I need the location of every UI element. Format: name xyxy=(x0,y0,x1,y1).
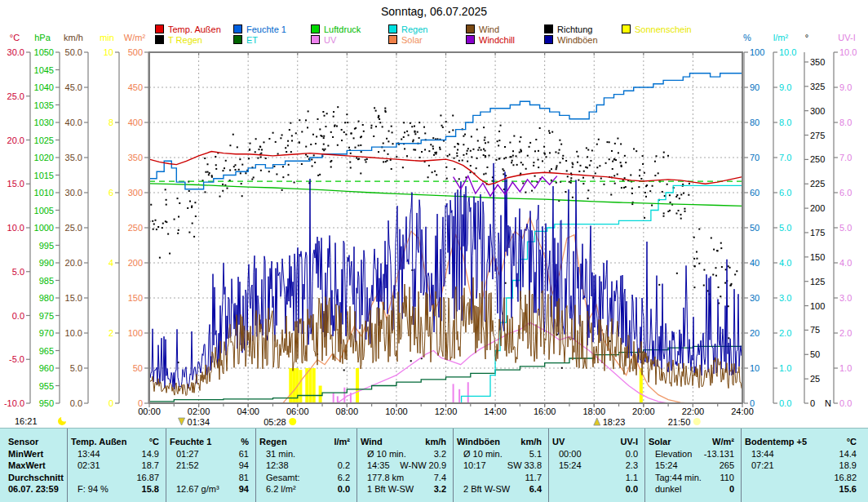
svg-text:10:00: 10:00 xyxy=(385,406,408,416)
svg-text:6.0: 6.0 xyxy=(839,188,852,198)
axis-min: min0246810 xyxy=(100,33,119,408)
table-cell: 14:35W-NW 20.9 xyxy=(357,460,453,472)
legend-swatch-luftdruck xyxy=(311,24,320,33)
svg-text:350: 350 xyxy=(128,153,143,162)
svg-text:1000: 1000 xyxy=(34,223,54,233)
svg-text:30.0: 30.0 xyxy=(65,188,82,198)
legend-label: Wind xyxy=(479,24,499,34)
legend-item-windchill: Windchill xyxy=(466,35,515,45)
table-column-regen: Regenl/m²31 min.12:380.2Gesamt:6.26.2 l/… xyxy=(255,429,356,502)
svg-text:965: 965 xyxy=(39,346,54,356)
svg-text:1.0: 1.0 xyxy=(839,363,852,373)
legend-label: Regen xyxy=(401,24,427,34)
svg-text:1.0: 1.0 xyxy=(779,363,791,373)
table-cell: Ø 10 min.3.2 xyxy=(357,448,453,460)
svg-text:15.0: 15.0 xyxy=(7,179,24,189)
legend-label: Luftdruck xyxy=(324,24,361,34)
legend-label: Solar xyxy=(401,35,423,45)
table-cell: 12:380.2 xyxy=(256,460,356,472)
svg-text:70: 70 xyxy=(750,153,760,162)
legend-swatch-sonnenschein xyxy=(622,24,631,33)
svg-text:6.0: 6.0 xyxy=(779,188,791,198)
svg-text:04:00: 04:00 xyxy=(237,406,259,416)
legend-swatch-feuchte-1 xyxy=(233,24,242,33)
table-cell: 01:2761 xyxy=(166,448,255,460)
svg-text:01:34: 01:34 xyxy=(188,417,210,427)
svg-text:400: 400 xyxy=(128,118,143,127)
table-cell: 13:4414.4 xyxy=(742,448,863,460)
column-header: Bodentemp +5°C xyxy=(742,436,863,448)
svg-text:275: 275 xyxy=(810,131,825,140)
row-label: 06.07. 23:59 xyxy=(5,483,67,495)
svg-text:0: 0 xyxy=(108,398,113,408)
svg-text:60: 60 xyxy=(750,188,760,198)
row-label: MaxWert xyxy=(5,460,67,472)
svg-text:0.0: 0.0 xyxy=(779,398,791,408)
svg-text:4.0: 4.0 xyxy=(839,258,852,268)
column-header: Temp. Außen°C xyxy=(68,436,166,448)
table-cell: 1 Bft W-SW3.2 xyxy=(357,483,453,495)
legend-label: Sonnenschein xyxy=(635,24,692,34)
svg-text:325: 325 xyxy=(810,82,825,91)
svg-text:970: 970 xyxy=(39,328,54,338)
table-cell: 15.6 xyxy=(742,483,863,495)
legend-swatch-regen xyxy=(388,24,397,33)
svg-text:0.0: 0.0 xyxy=(12,311,24,321)
svg-text:1045: 1045 xyxy=(34,65,54,75)
moon-icon xyxy=(58,415,68,426)
table-cell: 6.2 l/m²0.0 xyxy=(256,483,356,495)
table-column-uv: UVUV-I00:000.015:242.31.10.0 xyxy=(548,429,644,502)
row-label: MinWert xyxy=(5,448,67,460)
legend-label: ET xyxy=(246,35,258,45)
svg-text:975: 975 xyxy=(39,311,54,321)
svg-text:250: 250 xyxy=(810,154,825,164)
svg-text:1015: 1015 xyxy=(34,171,54,180)
column-header: Feuchte 1% xyxy=(166,436,255,448)
svg-text:10.0: 10.0 xyxy=(7,223,24,233)
svg-text:250: 250 xyxy=(128,223,143,233)
legend-swatch-solar xyxy=(388,35,397,44)
legend-item-windb-en: Windböen xyxy=(544,35,598,45)
sun-moon-markers: 16:2101:3405:2818:2321:50 xyxy=(15,415,701,428)
axis-l-m: l/m²0.01.02.03.04.05.06.07.08.09.010.0 xyxy=(773,33,797,408)
svg-text:9.0: 9.0 xyxy=(779,82,791,92)
svg-text:350: 350 xyxy=(810,57,825,67)
svg-text:3.0: 3.0 xyxy=(839,293,852,303)
legend-label: UV xyxy=(324,35,336,45)
svg-text:30: 30 xyxy=(750,293,760,303)
legend-label: Feuchte 1 xyxy=(246,24,286,34)
svg-text:1005: 1005 xyxy=(34,206,54,215)
svg-text:0.0: 0.0 xyxy=(839,398,852,408)
svg-text:990: 990 xyxy=(39,258,54,268)
column-header: SolarW/m² xyxy=(645,436,741,448)
table-cell: 15:24265 xyxy=(645,460,741,472)
svg-text:25.0: 25.0 xyxy=(65,223,82,233)
legend-item-wind: Wind xyxy=(466,24,499,34)
svg-text:1030: 1030 xyxy=(34,118,54,127)
table-cell: 15:242.3 xyxy=(549,460,644,472)
svg-text:1035: 1035 xyxy=(34,100,54,110)
svg-text:6: 6 xyxy=(108,188,113,198)
legend-item-temp-au-en: Temp. Außen xyxy=(155,24,221,34)
svg-text:955: 955 xyxy=(39,381,54,391)
svg-text:8.0: 8.0 xyxy=(839,118,852,127)
svg-text:7.0: 7.0 xyxy=(839,153,852,162)
row-label: Sensor xyxy=(5,436,67,448)
table-cell: 1.1 xyxy=(549,472,644,484)
weather-chart: °C-10.0-5.00.05.010.015.020.025.030.0hPa… xyxy=(0,0,868,437)
svg-text:00:00: 00:00 xyxy=(138,406,161,416)
svg-text:4.0: 4.0 xyxy=(779,258,791,268)
svg-text:1010: 1010 xyxy=(34,188,54,198)
legend-item-feuchte-1: Feuchte 1 xyxy=(233,24,286,34)
table-cell: 11.7 xyxy=(454,472,548,484)
svg-text:18:23: 18:23 xyxy=(603,417,626,427)
svg-text:10: 10 xyxy=(750,363,760,373)
svg-text:5.0: 5.0 xyxy=(779,223,791,233)
svg-text:225: 225 xyxy=(810,179,825,189)
legend-swatch-windb-en xyxy=(544,35,553,44)
table-cell: 16.87 xyxy=(68,472,166,484)
svg-text:14:00: 14:00 xyxy=(484,406,507,416)
svg-text:40.0: 40.0 xyxy=(65,118,82,127)
svg-text:300: 300 xyxy=(128,188,143,198)
legend-item-t-regen: T Regen xyxy=(155,35,202,45)
